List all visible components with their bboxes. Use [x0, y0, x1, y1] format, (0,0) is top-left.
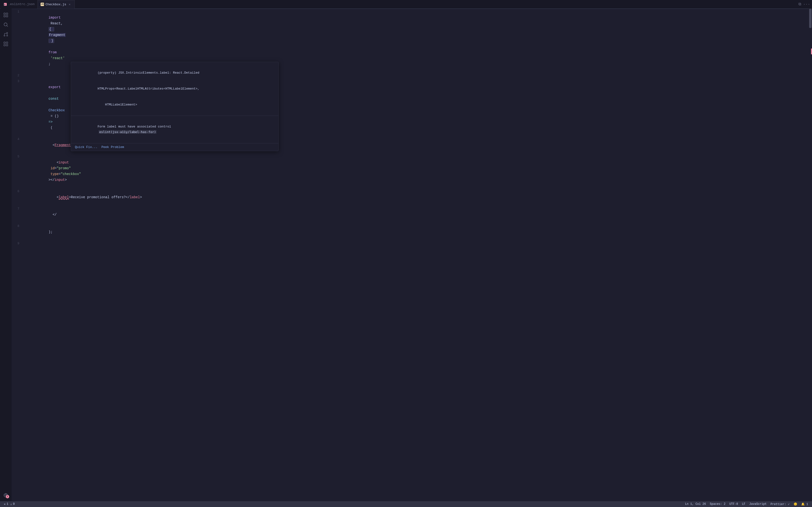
- status-formatter[interactable]: Prettier: ✓: [768, 502, 792, 506]
- label-error-tag: label: [59, 195, 69, 199]
- status-encoding[interactable]: UTF-8: [727, 502, 740, 506]
- code-line-5: 5 <input id="promo" type="checkbox" ></i…: [12, 154, 812, 188]
- status-right: Ln 1, Col 26 Spaces: 2 UTF-8 LF JavaScri…: [683, 502, 810, 506]
- tooltip-error-text: Form label must have associated control …: [75, 119, 274, 140]
- warning-count: 0: [13, 502, 15, 506]
- svg-point-8: [6, 35, 8, 36]
- line-number-5: 5: [12, 154, 23, 160]
- sidebar-item-search[interactable]: [1, 20, 10, 29]
- tab-close-button[interactable]: ✕: [68, 2, 71, 6]
- tooltip-info-line2: HTMLProps<React.LabelHTMLAttributes<HTML…: [75, 81, 274, 97]
- settings-badge: 1: [6, 495, 9, 498]
- tab-bar-right: ⧉ ···: [799, 2, 812, 6]
- tooltip-popup: (property) JSX.IntrinsicElements.label: …: [71, 62, 278, 151]
- status-position[interactable]: Ln 1, Col 26: [683, 502, 708, 506]
- line-content-9: [23, 241, 812, 246]
- line-content-6: <label>Receive promotional offers?</labe…: [23, 188, 812, 206]
- error-icon: ✕: [4, 502, 6, 506]
- scrollbar-thumb[interactable]: [809, 9, 812, 28]
- sidebar-item-explorer[interactable]: [1, 11, 10, 19]
- sidebar-item-settings[interactable]: 1: [1, 491, 10, 499]
- svg-point-7: [6, 32, 8, 34]
- status-language[interactable]: JavaScript: [747, 502, 768, 506]
- keyword-from: from: [49, 50, 57, 54]
- tab-checkbox-label: Checkbox.js: [45, 3, 66, 6]
- error-count: 1: [6, 502, 8, 506]
- tab-eslintrc[interactable]: ● .eslintrc.json: [1, 0, 38, 9]
- keyword-import: import: [49, 16, 61, 19]
- status-emoji[interactable]: 😊: [792, 502, 799, 506]
- svg-rect-0: [4, 13, 5, 14]
- error-line-indicator: [811, 49, 812, 54]
- line-content-8: );: [23, 223, 812, 241]
- line-number-3: 3: [12, 78, 23, 84]
- svg-rect-1: [6, 13, 8, 14]
- line-number-8: 8: [12, 223, 23, 229]
- svg-rect-13: [6, 42, 8, 44]
- activity-bar-bottom: 1: [1, 491, 10, 501]
- activity-bar: 1: [0, 9, 12, 501]
- scrollbar-track: [809, 9, 812, 501]
- status-notification[interactable]: 🔔 1: [799, 502, 810, 506]
- code-line-6: 6 <label>Receive promotional offers?</la…: [12, 188, 812, 206]
- peek-problem-action[interactable]: Peek Problem: [101, 145, 124, 149]
- svg-line-5: [7, 25, 8, 26]
- code-line-8: 8 );: [12, 223, 812, 241]
- line-number-2: 2: [12, 73, 23, 78]
- status-bar: ✕ 1 ⚠ 0 Ln 1, Col 26 Spaces: 2 UTF-8 LF …: [0, 501, 812, 507]
- app-container: ● .eslintrc.json JS Checkbox.js ✕ ⧉ ···: [0, 0, 812, 507]
- tab-eslintrc-label: .eslintrc.json: [8, 2, 35, 6]
- js-icon: JS: [41, 3, 44, 6]
- code-line-9: 9: [12, 241, 812, 246]
- line-number-6: 6: [12, 188, 23, 194]
- editor-area[interactable]: 1 import React, { Fragment } from 'react…: [12, 9, 812, 501]
- sidebar-item-extensions[interactable]: [1, 40, 10, 48]
- tab-checkbox[interactable]: JS Checkbox.js ✕: [38, 0, 75, 9]
- tooltip-error: Form label must have associated control …: [71, 116, 278, 144]
- warning-icon: ⚠: [10, 502, 12, 506]
- sidebar-item-git[interactable]: [1, 30, 10, 39]
- line-number-7: 7: [12, 206, 23, 212]
- editor-layout: 1 1 import React, { Fragment }: [0, 9, 812, 501]
- line-number-9: 9: [12, 241, 23, 246]
- status-eol[interactable]: LF: [740, 502, 747, 506]
- tooltip-info-line3: HTMLLabelElement>: [75, 97, 274, 113]
- tooltip-info-line1: (property) JSX.IntrinsicElements.label: …: [75, 65, 274, 81]
- split-editor-icon[interactable]: ⧉: [799, 2, 801, 6]
- more-actions-icon[interactable]: ···: [803, 2, 810, 6]
- tab-bar: ● .eslintrc.json JS Checkbox.js ✕ ⧉ ···: [0, 0, 812, 9]
- eslint-icon: ●: [4, 3, 7, 6]
- status-errors[interactable]: ✕ 1 ⚠ 0: [2, 501, 17, 507]
- tooltip-actions: Quick Fix... Peek Problem: [71, 144, 278, 151]
- svg-rect-15: [6, 44, 8, 46]
- line-number-4: 4: [12, 136, 23, 142]
- status-spaces[interactable]: Spaces: 2: [708, 502, 727, 506]
- svg-rect-14: [4, 44, 5, 46]
- line-content-5: <input id="promo" type="checkbox" ></inp…: [23, 154, 812, 188]
- svg-point-4: [4, 23, 7, 26]
- svg-rect-3: [6, 15, 8, 17]
- line-number-1: 1: [12, 9, 23, 15]
- code-line-7: 7 </: [12, 206, 812, 223]
- svg-rect-12: [4, 42, 5, 44]
- line-content-7: </: [23, 206, 812, 223]
- tooltip-info: (property) JSX.IntrinsicElements.label: …: [71, 62, 278, 116]
- svg-rect-2: [4, 15, 5, 17]
- svg-point-6: [4, 35, 5, 36]
- quick-fix-action[interactable]: Quick Fix...: [75, 145, 98, 149]
